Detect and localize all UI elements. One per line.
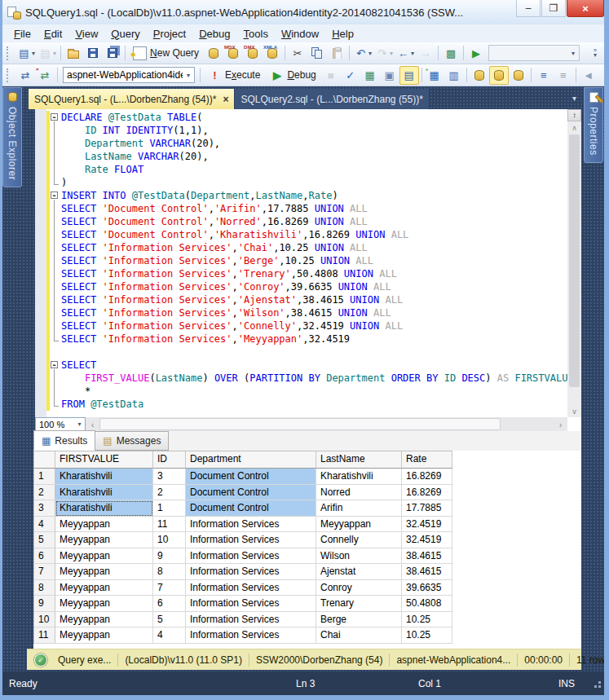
- data-cell[interactable]: 3: [153, 469, 186, 485]
- new-query-button[interactable]: New Query: [128, 44, 204, 63]
- menu-project[interactable]: Project: [147, 26, 192, 42]
- navigate-backward-icon[interactable]: ←▾: [395, 44, 416, 63]
- menu-view[interactable]: View: [68, 26, 104, 42]
- row-number-cell[interactable]: 11: [34, 627, 55, 644]
- data-cell[interactable]: Information Services: [186, 517, 316, 533]
- xmla-query-icon[interactable]: XMLA: [263, 44, 282, 63]
- minimize-button[interactable]: –: [516, 0, 541, 17]
- data-cell[interactable]: Information Services: [186, 612, 316, 628]
- results-to-text-icon[interactable]: [470, 66, 489, 85]
- data-cell[interactable]: Information Services: [186, 596, 316, 612]
- data-cell[interactable]: 16.8269: [402, 469, 452, 485]
- column-header-department[interactable]: Department: [186, 451, 316, 469]
- data-cell[interactable]: Kharatishvili: [55, 500, 153, 517]
- outline-collapse-icon[interactable]: [50, 359, 61, 372]
- menu-debug[interactable]: Debug: [192, 26, 236, 42]
- increase-indent-icon[interactable]: ►: [598, 66, 609, 85]
- data-cell[interactable]: 38.4615: [402, 548, 452, 565]
- data-cell[interactable]: Document Control: [186, 500, 316, 517]
- tab-results[interactable]: ▦Results: [33, 430, 95, 451]
- data-cell[interactable]: Ajenstat: [316, 564, 402, 580]
- data-cell[interactable]: Wilson: [316, 548, 402, 565]
- data-cell[interactable]: Information Services: [186, 580, 316, 597]
- data-cell[interactable]: 11: [153, 517, 186, 533]
- undo-icon[interactable]: ↶▾: [352, 44, 373, 63]
- menu-edit[interactable]: Edit: [38, 26, 68, 42]
- menu-query[interactable]: Query: [104, 26, 146, 42]
- data-cell[interactable]: Meyyappan: [55, 596, 153, 612]
- sidebar-item-object-explorer[interactable]: Object Explorer: [2, 87, 22, 187]
- menu-help[interactable]: Help: [325, 26, 360, 42]
- data-cell[interactable]: 5: [153, 612, 186, 628]
- data-cell[interactable]: 6: [153, 596, 186, 612]
- row-number-cell[interactable]: 7: [34, 564, 55, 580]
- toolbar1-overflow-button[interactable]: »▾: [589, 44, 601, 62]
- data-cell[interactable]: Information Services: [186, 564, 316, 580]
- tab-close-icon[interactable]: ×: [223, 94, 228, 105]
- split-window-handle[interactable]: ↕: [567, 109, 581, 121]
- data-cell[interactable]: Document Control: [186, 469, 316, 485]
- menu-file[interactable]: File: [7, 26, 38, 42]
- redo-icon[interactable]: ↷▾: [373, 44, 395, 63]
- mdx-query-icon[interactable]: MDX: [223, 44, 243, 63]
- uncomment-lines-icon[interactable]: ≡: [554, 66, 573, 85]
- document-tab-2[interactable]: SQLQuery2.sql - (L...\DorbenZhang (55))*: [235, 89, 428, 109]
- data-cell[interactable]: 17.7885: [402, 500, 452, 517]
- dmx-query-icon[interactable]: DMX: [243, 44, 263, 63]
- data-cell[interactable]: Arifin: [316, 500, 402, 517]
- scroll-up-icon[interactable]: ∧: [567, 121, 581, 134]
- row-number-cell[interactable]: 10: [34, 612, 55, 628]
- data-cell[interactable]: 16.8269: [402, 485, 452, 501]
- data-cell[interactable]: Meyyappan: [55, 548, 153, 565]
- include-actual-plan-icon[interactable]: ▦+: [425, 66, 444, 85]
- scroll-left-icon[interactable]: ‹: [86, 417, 99, 431]
- document-tab-1[interactable]: SQLQuery1.sql - (L...\DorbenZhang (54))*…: [29, 89, 234, 109]
- debug-button[interactable]: ▶Debug: [265, 66, 320, 85]
- maximize-button[interactable]: ❐: [541, 0, 566, 17]
- outline-collapse-icon[interactable]: [50, 111, 61, 124]
- tuning-advisor-icon[interactable]: ▦: [360, 66, 380, 85]
- new-query-connection-icon[interactable]: ▤▾: [15, 44, 37, 63]
- row-number-cell[interactable]: 1: [34, 469, 55, 485]
- results-to-grid-icon[interactable]: [489, 66, 509, 85]
- row-number-cell[interactable]: 3: [34, 500, 55, 517]
- process-combo[interactable]: ▾: [488, 45, 580, 61]
- save-all-icon[interactable]: [103, 44, 122, 63]
- row-number-cell[interactable]: 2: [34, 485, 55, 501]
- data-cell[interactable]: Meyyappan: [55, 517, 153, 533]
- client-statistics-icon[interactable]: ▥: [444, 66, 464, 85]
- data-cell[interactable]: 9: [153, 548, 186, 565]
- row-number-cell[interactable]: 5: [34, 532, 55, 548]
- tab-list-dropdown-icon[interactable]: ▾: [572, 94, 576, 103]
- horizontal-scroll-thumb[interactable]: [99, 418, 501, 430]
- database-engine-query-icon[interactable]: [204, 44, 223, 63]
- row-number-cell[interactable]: 9: [34, 596, 55, 612]
- data-cell[interactable]: 10.25: [402, 627, 452, 644]
- zoom-dropdown-icon[interactable]: ▾: [74, 420, 85, 428]
- scroll-right-icon[interactable]: ›: [554, 417, 567, 431]
- decrease-indent-icon[interactable]: ◄: [579, 66, 598, 85]
- comment-lines-icon[interactable]: ≡: [534, 66, 554, 85]
- data-cell[interactable]: 1: [153, 500, 186, 517]
- editor-horizontal-scrollbar[interactable]: [99, 417, 554, 431]
- navigate-forward-icon[interactable]: →: [416, 44, 435, 63]
- close-button[interactable]: ×: [567, 0, 604, 17]
- data-cell[interactable]: 8: [153, 564, 186, 580]
- row-number-cell[interactable]: 8: [34, 580, 55, 597]
- row-number-cell[interactable]: 4: [34, 517, 55, 533]
- sidebar-item-properties[interactable]: Properties: [584, 87, 603, 163]
- database-combo[interactable]: aspnet-WebApplication4ide▾: [63, 67, 195, 83]
- activity-monitor-icon[interactable]: ▩: [441, 44, 461, 63]
- chevron-down-icon[interactable]: ▾: [567, 50, 579, 57]
- template-parameters-icon[interactable]: ▣: [380, 66, 399, 85]
- cut-icon[interactable]: ✂: [288, 44, 307, 63]
- resize-grip[interactable]: [591, 678, 602, 689]
- toolbar-grip[interactable]: [7, 68, 12, 82]
- column-header-rate[interactable]: Rate: [402, 451, 452, 469]
- vertical-scroll-thumb[interactable]: [569, 134, 580, 387]
- data-cell[interactable]: Kharatishvili: [316, 469, 402, 485]
- data-cell[interactable]: 10: [153, 532, 186, 548]
- change-connection-icon[interactable]: ⇄: [15, 66, 35, 85]
- editor-vertical-scrollbar[interactable]: ↕ ∧ ∨: [567, 109, 581, 417]
- data-cell[interactable]: 2: [153, 485, 186, 501]
